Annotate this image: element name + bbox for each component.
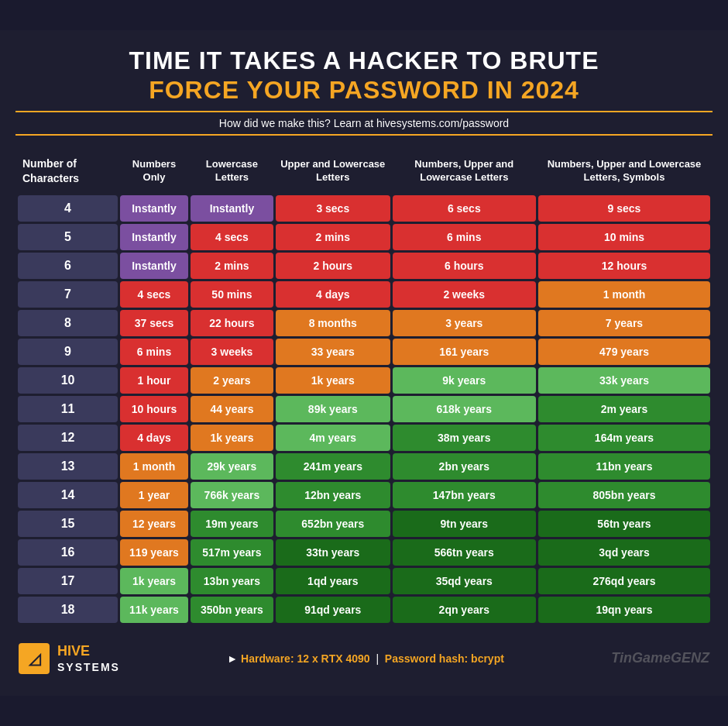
data-cell: 276qd years — [538, 568, 710, 594]
title-line2: FORCE YOUR PASSWORD IN 2024 — [15, 75, 713, 105]
footer: ◿ HIVE SYSTEMS ► Hardware: 12 x RTX 4090… — [15, 636, 713, 681]
data-cell: 4 secs — [191, 224, 273, 250]
char-count-cell: 8 — [18, 310, 118, 336]
data-cell: 9tn years — [393, 511, 536, 537]
data-cell: Instantly — [191, 195, 273, 222]
data-cell: 147bn years — [393, 482, 536, 508]
data-cell: 56tn years — [538, 511, 710, 537]
header-numbers-upper-lower: Numbers, Upper and Lowercase Letters — [393, 149, 536, 192]
data-cell: 1 year — [120, 482, 188, 508]
data-cell: 2 mins — [191, 253, 273, 279]
data-cell: 4 days — [276, 281, 390, 308]
char-count-cell: 17 — [18, 568, 118, 594]
char-count-cell: 10 — [18, 367, 118, 394]
data-cell: 3 weeks — [191, 339, 273, 365]
data-cell: 164m years — [538, 425, 710, 451]
header-row: Number of Characters Numbers Only Lowerc… — [18, 149, 710, 192]
table-row: 5Instantly4 secs2 mins6 mins10 mins — [18, 224, 710, 250]
char-count-cell: 4 — [18, 195, 118, 222]
data-cell: 1 hour — [120, 367, 188, 394]
header-lowercase: Lowercase Letters — [191, 149, 273, 192]
data-cell: 35qd years — [393, 568, 536, 594]
title-line1: TIME IT TAKES A HACKER TO BRUTE — [15, 46, 713, 75]
data-cell: 12 years — [120, 511, 188, 537]
data-cell: 350bn years — [191, 597, 273, 623]
data-cell: 29k years — [191, 453, 273, 480]
char-count-cell: 13 — [18, 453, 118, 480]
data-cell: 9 secs — [538, 195, 710, 222]
data-cell: 4m years — [276, 425, 390, 451]
table-row: 131 month29k years241m years2bn years11b… — [18, 453, 710, 480]
table-row: 171k years13bn years1qd years35qd years2… — [18, 568, 710, 594]
data-cell: 37 secs — [120, 310, 188, 336]
logo: ◿ HIVE SYSTEMS — [19, 642, 120, 675]
data-cell: 1 month — [120, 453, 188, 480]
hardware-info: ► Hardware: 12 x RTX 4090 | Password has… — [227, 652, 504, 665]
data-cell: 652bn years — [276, 511, 390, 537]
data-cell: 7 years — [538, 310, 710, 336]
data-cell: 33tn years — [276, 539, 390, 566]
data-cell: 11k years — [120, 597, 188, 623]
data-cell: 517m years — [191, 539, 273, 566]
data-cell: 19m years — [191, 511, 273, 537]
data-cell: 33 years — [276, 339, 390, 365]
char-count-cell: 11 — [18, 396, 118, 422]
data-cell: 8 months — [276, 310, 390, 336]
data-cell: 566tn years — [393, 539, 536, 566]
data-cell: 6 mins — [393, 224, 536, 250]
data-cell: 6 hours — [393, 253, 536, 279]
table-row: 101 hour2 years1k years9k years33k years — [18, 367, 710, 394]
data-cell: 3 secs — [276, 195, 390, 222]
data-cell: 10 hours — [120, 396, 188, 422]
data-cell: 6 secs — [393, 195, 536, 222]
data-cell: 11bn years — [538, 453, 710, 480]
data-cell: 44 years — [191, 396, 273, 422]
data-cell: 4 days — [120, 425, 188, 451]
data-cell: 2 years — [191, 367, 273, 394]
table-row: 1811k years350bn years91qd years2qn year… — [18, 597, 710, 623]
char-count-cell: 6 — [18, 253, 118, 279]
data-cell: 161 years — [393, 339, 536, 365]
data-cell: 3qd years — [538, 539, 710, 566]
password-table: Number of Characters Numbers Only Lowerc… — [15, 146, 713, 624]
page-title: TIME IT TAKES A HACKER TO BRUTE FORCE YO… — [15, 46, 713, 105]
data-cell: 38m years — [393, 425, 536, 451]
table-row: 124 days1k years4m years38m years164m ye… — [18, 425, 710, 451]
data-cell: 241m years — [276, 453, 390, 480]
data-cell: 50 mins — [191, 281, 273, 308]
data-cell: 2qn years — [393, 597, 536, 623]
header-upper-lower: Upper and Lowercase Letters — [276, 149, 390, 192]
data-cell: 2 weeks — [393, 281, 536, 308]
subtitle-bar: How did we make this? Learn at hivesyste… — [15, 111, 713, 136]
data-cell: 3 years — [393, 310, 536, 336]
data-cell: 1 month — [538, 281, 710, 308]
data-cell: 9k years — [393, 367, 536, 394]
data-cell: Instantly — [120, 253, 188, 279]
char-count-cell: 14 — [18, 482, 118, 508]
data-cell: 22 hours — [191, 310, 273, 336]
header-chars: Number of Characters — [18, 149, 118, 192]
char-count-cell: 9 — [18, 339, 118, 365]
table-row: 96 mins3 weeks33 years161 years479 years — [18, 339, 710, 365]
logo-text: HIVE SYSTEMS — [57, 642, 120, 675]
logo-icon: ◿ — [19, 643, 50, 674]
table-row: 74 secs50 mins4 days2 weeks1 month — [18, 281, 710, 308]
table-row: 1512 years19m years652bn years9tn years5… — [18, 511, 710, 537]
data-cell: 91qd years — [276, 597, 390, 623]
watermark: TinGameGENZ — [611, 650, 709, 666]
data-cell: 479 years — [538, 339, 710, 365]
char-count-cell: 5 — [18, 224, 118, 250]
char-count-cell: 12 — [18, 425, 118, 451]
data-cell: 12 hours — [538, 253, 710, 279]
table-row: 16119 years517m years33tn years566tn yea… — [18, 539, 710, 566]
data-cell: Instantly — [120, 224, 188, 250]
data-cell: 119 years — [120, 539, 188, 566]
subtitle-text: How did we make this? Learn at hivesyste… — [219, 117, 509, 129]
table-row: 837 secs22 hours8 months3 years7 years — [18, 310, 710, 336]
data-cell: Instantly — [120, 195, 188, 222]
data-cell: 10 mins — [538, 224, 710, 250]
table-row: 1110 hours44 years89k years618k years2m … — [18, 396, 710, 422]
main-container: TIME IT TAKES A HACKER TO BRUTE FORCE YO… — [0, 30, 728, 697]
data-cell: 1k years — [120, 568, 188, 594]
data-cell: 2m years — [538, 396, 710, 422]
